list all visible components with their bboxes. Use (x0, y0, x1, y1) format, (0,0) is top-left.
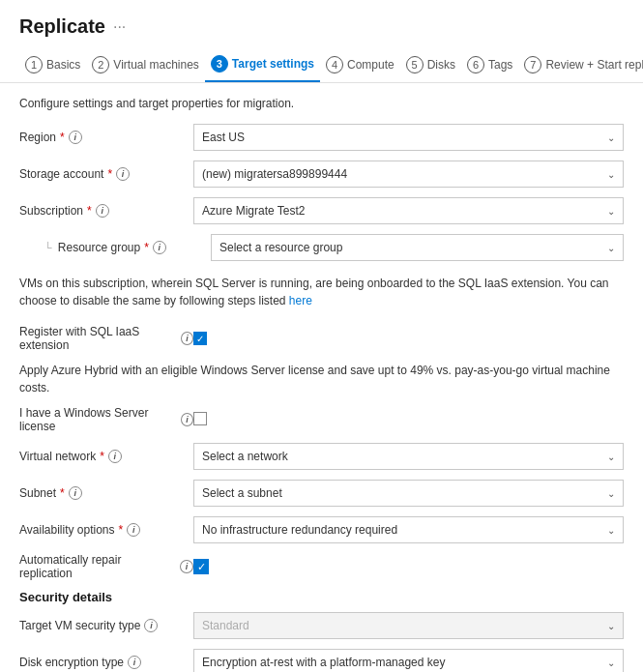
target-vm-security-select: Standard ⌄ (193, 612, 624, 639)
target-vm-security-text: Target VM security type (19, 619, 140, 632)
subnet-select[interactable]: Select a subnet ⌄ (193, 480, 624, 507)
subscription-label: Subscription * i (19, 204, 193, 218)
availability-options-control: No infrastructure redundancy required ⌄ (193, 516, 624, 543)
step-num-target: 3 (211, 55, 228, 73)
region-select[interactable]: East US ⌄ (193, 124, 624, 151)
windows-license-label: I have a Windows Server license i (19, 406, 193, 433)
availability-options-required: * (119, 523, 124, 537)
sql-link[interactable]: here (289, 294, 312, 307)
page-ellipsis[interactable]: ··· (113, 18, 126, 36)
region-control: East US ⌄ (193, 124, 624, 151)
wizard-step-basics[interactable]: 1 Basics (19, 48, 86, 81)
storage-account-row: Storage account * i (new) migratersa8998… (19, 161, 624, 188)
step-label-disks: Disks (427, 58, 455, 72)
disk-encryption-info-icon[interactable]: i (128, 656, 141, 669)
disk-encryption-select[interactable]: Encryption at-rest with a platform-manag… (193, 649, 624, 672)
subnet-label: Subnet * i (19, 486, 193, 500)
region-label: Region * i (19, 131, 193, 144)
subscription-required: * (87, 204, 92, 218)
availability-options-text: Availability options (19, 523, 115, 537)
register-sql-control (193, 332, 207, 345)
region-info-icon[interactable]: i (69, 131, 82, 144)
target-vm-security-label: Target VM security type i (19, 619, 193, 632)
subscription-row: Subscription * i Azure Migrate Test2 ⌄ (19, 197, 624, 224)
wizard-nav: 1 Basics 2 Virtual machines 3 Target set… (0, 38, 643, 83)
wizard-step-tags[interactable]: 6 Tags (461, 48, 518, 81)
wizard-step-virtual-machines[interactable]: 2 Virtual machines (86, 48, 205, 81)
auto-repair-checkbox[interactable] (193, 559, 209, 574)
resource-group-select[interactable]: Select a resource group ⌄ (211, 234, 624, 261)
target-vm-security-row: Target VM security type i Standard ⌄ (19, 612, 624, 639)
chevron-down-icon: ⌄ (607, 169, 615, 180)
wizard-step-review[interactable]: 7 Review + Start replication (518, 48, 643, 81)
availability-options-info-icon[interactable]: i (127, 523, 140, 537)
disk-encryption-control: Encryption at-rest with a platform-manag… (193, 649, 624, 672)
chevron-down-icon: ⌄ (607, 452, 615, 462)
wizard-step-compute[interactable]: 4 Compute (320, 48, 400, 81)
storage-label-text: Storage account (19, 167, 103, 181)
auto-repair-control (193, 559, 624, 575)
subscription-info-icon[interactable]: i (96, 204, 109, 218)
resource-group-required: * (144, 241, 149, 254)
auto-repair-info-icon[interactable]: i (180, 560, 193, 573)
disk-encryption-row: Disk encryption type i Encryption at-res… (19, 649, 624, 672)
subnet-info-icon[interactable]: i (69, 486, 82, 500)
virtual-network-row: Virtual network * i Select a network ⌄ (19, 443, 624, 470)
register-sql-checkbox[interactable] (193, 332, 207, 345)
availability-options-row: Availability options * i No infrastructu… (19, 516, 624, 543)
virtual-network-info-icon[interactable]: i (108, 450, 122, 463)
hybrid-info-block: Apply Azure Hybrid with an eligible Wind… (19, 362, 624, 396)
storage-info-icon[interactable]: i (116, 167, 130, 181)
step-num-basics: 1 (25, 56, 43, 73)
subnet-label-text: Subnet (19, 486, 56, 500)
step-num-review: 7 (524, 56, 541, 73)
resource-group-label-text: Resource group (58, 241, 140, 254)
region-label-text: Region (19, 131, 56, 144)
subscription-control: Azure Migrate Test2 ⌄ (193, 197, 624, 224)
virtual-network-value: Select a network (202, 450, 288, 463)
form-content: Configure settings and target properties… (0, 83, 643, 672)
region-row: Region * i East US ⌄ (19, 124, 624, 151)
storage-value: (new) migratersa899899444 (202, 167, 347, 181)
storage-select[interactable]: (new) migratersa899899444 ⌄ (193, 161, 624, 188)
security-section-title: Security details (19, 590, 624, 604)
step-label-tags: Tags (488, 58, 512, 72)
chevron-down-icon: ⌄ (607, 621, 615, 631)
target-vm-security-info-icon[interactable]: i (144, 619, 158, 632)
subnet-required: * (60, 486, 65, 500)
section-description: Configure settings and target properties… (19, 97, 624, 110)
chevron-down-icon: ⌄ (607, 488, 615, 499)
step-label-vm: Virtual machines (113, 58, 199, 72)
availability-options-select[interactable]: No infrastructure redundancy required ⌄ (193, 516, 624, 543)
disk-encryption-label: Disk encryption type i (19, 656, 193, 669)
virtual-network-required: * (100, 450, 104, 463)
windows-license-control (193, 412, 624, 428)
virtual-network-text: Virtual network (19, 450, 96, 463)
subscription-label-text: Subscription (19, 204, 83, 218)
auto-repair-text: Automatically repair replication (19, 553, 176, 580)
disk-encryption-value: Encryption at-rest with a platform-manag… (202, 656, 445, 669)
windows-license-checkbox[interactable] (193, 412, 207, 425)
chevron-down-icon: ⌄ (607, 657, 615, 668)
windows-license-text: I have a Windows Server license (19, 406, 177, 433)
step-label-target: Target settings (232, 57, 314, 71)
wizard-step-target-settings[interactable]: 3 Target settings (205, 47, 320, 82)
chevron-down-icon: ⌄ (607, 132, 615, 143)
step-num-vm: 2 (92, 56, 109, 73)
register-sql-text: Register with SQL IaaS extension (19, 325, 177, 352)
chevron-down-icon: ⌄ (607, 243, 615, 253)
wizard-step-disks[interactable]: 5 Disks (400, 48, 461, 81)
subscription-select[interactable]: Azure Migrate Test2 ⌄ (193, 197, 624, 224)
auto-repair-row: Automatically repair replication i (19, 553, 624, 580)
windows-license-row: I have a Windows Server license i (19, 406, 624, 433)
register-sql-row: Register with SQL IaaS extension i (19, 325, 624, 352)
register-sql-info-icon[interactable]: i (181, 332, 193, 345)
target-vm-security-control: Standard ⌄ (193, 612, 624, 639)
region-required: * (60, 131, 65, 144)
resource-group-row: └ Resource group * i Select a resource g… (19, 234, 624, 261)
resource-group-value: Select a resource group (219, 241, 342, 254)
resource-group-info-icon[interactable]: i (153, 241, 166, 254)
windows-license-info-icon[interactable]: i (181, 413, 193, 426)
virtual-network-select[interactable]: Select a network ⌄ (193, 443, 624, 470)
step-label-basics: Basics (46, 58, 80, 72)
